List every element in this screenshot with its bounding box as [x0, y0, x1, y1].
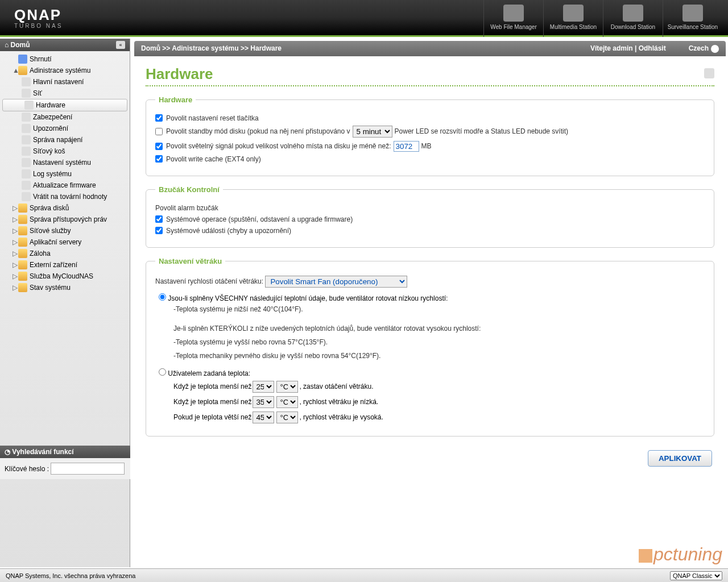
- temp2-post: , rychlost větráku je nízká.: [299, 398, 378, 406]
- tree-expander-icon[interactable]: ▲: [13, 66, 18, 74]
- standby-checkbox[interactable]: [155, 128, 163, 135]
- page-title: Hardware: [146, 65, 714, 83]
- top-header: QNAP TURBO NAS Web File ManagerMultimedi…: [0, 0, 728, 37]
- sidebar-item[interactable]: Nastavení systému: [0, 157, 130, 168]
- tree-item-icon: [22, 158, 31, 167]
- temp2-unit-select[interactable]: °C: [276, 396, 298, 408]
- sidebar-item[interactable]: ▷Externí zařízení: [0, 259, 130, 271]
- sidebar-item[interactable]: ▷Záloha: [0, 248, 130, 259]
- apply-button[interactable]: APLIKOVAT: [648, 450, 712, 467]
- standby-label-pre: Povolit standby mód disku (pokud na něj …: [166, 127, 350, 135]
- breadcrumb[interactable]: Domů >> Adinistrace systému >> Hardware: [141, 44, 282, 53]
- buzzer-fieldset: Bzučák Kontrolní Povolit alarm bzučák Sy…: [146, 185, 714, 248]
- tree-item-label: Nastavení systému: [33, 159, 91, 167]
- search-input[interactable]: [51, 463, 125, 475]
- welcome-text[interactable]: Vítejte admin | Odhlásit: [590, 44, 666, 53]
- header-app[interactable]: Download Station: [603, 0, 663, 37]
- tree-item-icon: [18, 283, 27, 292]
- header-apps: Web File ManagerMultimedia StationDownlo…: [483, 0, 722, 37]
- hardware-fieldset: Hardware Povolit nastavení reset tlačítk…: [146, 95, 714, 176]
- sidebar-item[interactable]: Hlavní nastavení: [0, 76, 130, 88]
- tree-item-icon: [22, 89, 31, 98]
- sidebar-item[interactable]: ▷Aplikační servery: [0, 236, 130, 248]
- tree-expander-icon[interactable]: ▷: [13, 215, 18, 223]
- fan-auto-line1: -Teplota systému je nižší než 40°C(104°F…: [173, 302, 705, 316]
- sidebar-item[interactable]: ▷Služba MyCloudNAS: [0, 271, 130, 282]
- tree-expander-icon[interactable]: ▷: [13, 250, 18, 257]
- sidebar-item[interactable]: Správa napájení: [0, 134, 130, 146]
- fan-auto-line3: -Teplota mechaniky pevného disku je vyšš…: [173, 349, 705, 363]
- sidebar-item[interactable]: Vrátit na tovární hodnoty: [0, 191, 130, 202]
- tree-item-label: Aplikační servery: [30, 238, 81, 246]
- tree-expander-icon[interactable]: ▷: [13, 272, 18, 280]
- theme-select[interactable]: QNAP Classic: [670, 571, 722, 580]
- reset-button-checkbox[interactable]: [155, 114, 163, 122]
- copyright: QNAP Systems, Inc. všechna práva vyhraze…: [6, 572, 135, 579]
- buzzer-events-label: Systémové události (chyby a upozornění): [166, 227, 291, 235]
- fan-legend: Nastavení větráku: [155, 257, 225, 265]
- tree-item-label: Log systému: [33, 170, 72, 178]
- header-app[interactable]: Multimedia Station: [543, 0, 603, 37]
- fan-auto-radio[interactable]: [159, 293, 166, 301]
- tree-item-label: Správa disků: [30, 204, 69, 212]
- sidebar-item[interactable]: Síť: [0, 88, 130, 99]
- tree-item-icon: [24, 101, 34, 110]
- sidebar-item[interactable]: Zabezpečení: [0, 111, 130, 123]
- fan-auto-line2: -Teplota systému je vyšší nebo rovna 57°…: [173, 335, 705, 349]
- search-label: Klíčové heslo :: [5, 465, 49, 473]
- temp1-unit-select[interactable]: °C: [276, 381, 298, 393]
- fan-speed-select[interactable]: Povolit Smart Fan (doporučeno): [265, 276, 407, 288]
- free-space-unit: MB: [421, 142, 432, 150]
- help-icon[interactable]: [704, 68, 714, 78]
- sidebar-item[interactable]: ▲Adinistrace systému: [0, 65, 130, 76]
- header-app[interactable]: Surveillance Station: [663, 0, 722, 37]
- app-icon: [623, 5, 643, 22]
- tree-item-icon: [22, 192, 31, 201]
- sidebar-item[interactable]: Upozornění: [0, 123, 130, 134]
- temp3-value-select[interactable]: 45: [253, 411, 274, 423]
- fan-user-radio[interactable]: [159, 368, 166, 376]
- tree-expander-icon[interactable]: ▷: [13, 204, 18, 212]
- sidebar-item[interactable]: Shrnutí: [0, 53, 130, 65]
- sidebar-item[interactable]: Log systému: [0, 168, 130, 180]
- language-selector[interactable]: Czech: [689, 44, 719, 53]
- search-title: ◔ Vyhledávání funkcí: [0, 446, 130, 458]
- sidebar-item[interactable]: Síťový koš: [0, 146, 130, 157]
- temp2-value-select[interactable]: 35: [253, 396, 274, 408]
- app-icon: [682, 5, 703, 22]
- tree-expander-icon[interactable]: ▷: [13, 261, 18, 269]
- buzzer-ops-checkbox[interactable]: [155, 215, 163, 223]
- temp1-value-select[interactable]: 25: [253, 381, 274, 393]
- app-icon: [563, 5, 584, 22]
- sidebar-item[interactable]: ▷Správa disků: [0, 202, 130, 214]
- sidebar-item[interactable]: ▷Stav systému: [0, 282, 130, 293]
- free-space-input[interactable]: [394, 141, 419, 152]
- header-app[interactable]: Web File Manager: [483, 0, 543, 37]
- sidebar-item[interactable]: ▷Síťové služby: [0, 225, 130, 236]
- temp2-pre: Když je teplota menší než: [173, 398, 251, 406]
- tree-expander-icon[interactable]: ▷: [13, 284, 18, 292]
- sidebar-item[interactable]: Hardware: [2, 99, 127, 111]
- temp3-post: , rychlost větráku je vysoká.: [299, 413, 383, 421]
- fan-auto-mid: Je-li splněn KTERÝKOLI z níže uvedených …: [173, 322, 705, 335]
- sidebar-item[interactable]: Aktualizace firmware: [0, 180, 130, 191]
- tree-item-icon: [22, 147, 31, 156]
- buzzer-events-checkbox[interactable]: [155, 227, 163, 234]
- search-body: Klíčové heslo :: [0, 458, 130, 479]
- temp1-post: , zastav otáčení větráku.: [299, 383, 373, 390]
- tree-expander-icon[interactable]: ▷: [13, 238, 18, 246]
- light-signal-checkbox[interactable]: [155, 143, 163, 150]
- tree-item-label: Zabezpečení: [33, 113, 72, 121]
- globe-icon: [711, 45, 719, 53]
- app-label: Download Station: [603, 24, 663, 30]
- tree-expander-icon[interactable]: ▷: [13, 227, 18, 235]
- nav-tree: Shrnutí▲Adinistrace systémuHlavní nastav…: [0, 51, 130, 296]
- temp3-unit-select[interactable]: °C: [276, 411, 298, 423]
- tree-item-label: Adinistrace systému: [30, 66, 90, 74]
- write-cache-checkbox[interactable]: [155, 155, 163, 163]
- tree-item-icon: [18, 215, 27, 224]
- standby-time-select[interactable]: 5 minut: [353, 126, 392, 138]
- sidebar-item[interactable]: ▷Správa přístupových práv: [0, 214, 130, 225]
- fan-fieldset: Nastavení větráku Nastavení rychlosti ot…: [146, 257, 714, 436]
- collapse-sidebar-button[interactable]: «: [116, 41, 125, 49]
